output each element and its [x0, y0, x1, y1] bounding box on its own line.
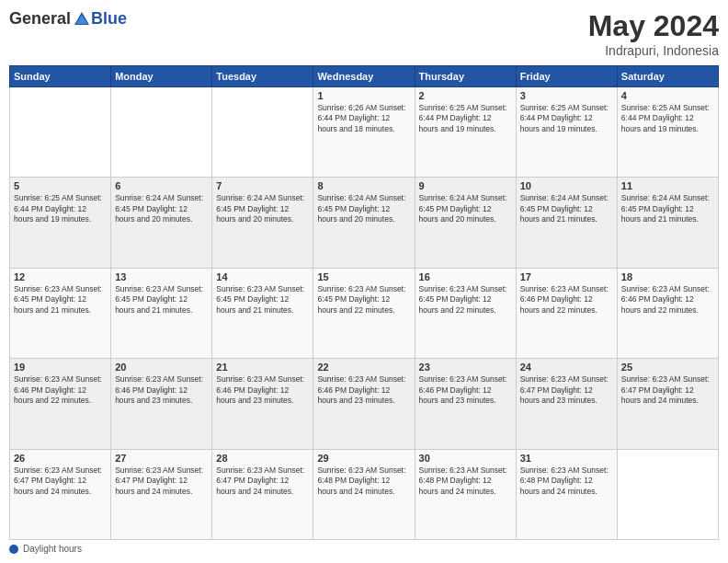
calendar-page: General Blue May 2024 Indrapuri, Indones… [0, 0, 728, 563]
day-number: 6 [115, 180, 208, 191]
day-info: Sunrise: 6:25 AM Sunset: 6:44 PM Dayligh… [14, 193, 107, 224]
logo: General Blue [9, 9, 127, 29]
day-number: 13 [115, 271, 208, 282]
calendar-title: May 2024 [588, 9, 719, 43]
day-number: 15 [317, 271, 410, 282]
calendar-cell: 6Sunrise: 6:24 AM Sunset: 6:45 PM Daylig… [111, 178, 212, 268]
day-info: Sunrise: 6:23 AM Sunset: 6:48 PM Dayligh… [317, 465, 410, 497]
day-number: 28 [216, 453, 309, 464]
header: General Blue May 2024 Indrapuri, Indones… [9, 9, 719, 58]
calendar-cell: 3Sunrise: 6:25 AM Sunset: 6:44 PM Daylig… [516, 87, 617, 178]
day-info: Sunrise: 6:23 AM Sunset: 6:45 PM Dayligh… [216, 284, 309, 316]
day-number: 27 [115, 453, 208, 464]
weekday-header-wednesday: Wednesday [313, 66, 415, 87]
day-info: Sunrise: 6:23 AM Sunset: 6:46 PM Dayligh… [621, 284, 714, 316]
calendar-cell: 5Sunrise: 6:25 AM Sunset: 6:44 PM Daylig… [10, 178, 111, 268]
calendar-cell: 15Sunrise: 6:23 AM Sunset: 6:45 PM Dayli… [313, 268, 415, 358]
day-number: 14 [216, 271, 309, 282]
day-number: 4 [621, 90, 714, 101]
calendar-cell: 10Sunrise: 6:24 AM Sunset: 6:45 PM Dayli… [516, 178, 617, 268]
day-number: 20 [115, 362, 208, 373]
day-info: Sunrise: 6:24 AM Sunset: 6:45 PM Dayligh… [317, 193, 410, 224]
calendar-week-4: 26Sunrise: 6:23 AM Sunset: 6:47 PM Dayli… [10, 449, 719, 539]
calendar-cell: 28Sunrise: 6:23 AM Sunset: 6:47 PM Dayli… [212, 449, 313, 539]
day-number: 17 [520, 271, 613, 282]
day-number: 22 [317, 362, 410, 373]
weekday-header-saturday: Saturday [617, 66, 718, 87]
day-number: 19 [14, 362, 107, 373]
calendar-cell: 12Sunrise: 6:23 AM Sunset: 6:45 PM Dayli… [10, 268, 111, 358]
calendar-cell: 22Sunrise: 6:23 AM Sunset: 6:46 PM Dayli… [313, 359, 415, 449]
calendar-cell [111, 87, 212, 178]
weekday-header-friday: Friday [516, 66, 617, 87]
calendar-week-3: 19Sunrise: 6:23 AM Sunset: 6:46 PM Dayli… [10, 359, 719, 449]
day-info: Sunrise: 6:23 AM Sunset: 6:47 PM Dayligh… [621, 374, 714, 406]
calendar-week-0: 1Sunrise: 6:26 AM Sunset: 6:44 PM Daylig… [10, 87, 719, 178]
calendar-cell: 17Sunrise: 6:23 AM Sunset: 6:46 PM Dayli… [516, 268, 617, 358]
calendar-cell: 26Sunrise: 6:23 AM Sunset: 6:47 PM Dayli… [10, 449, 111, 539]
calendar-cell [212, 87, 313, 178]
calendar-cell: 20Sunrise: 6:23 AM Sunset: 6:46 PM Dayli… [111, 359, 212, 449]
day-info: Sunrise: 6:23 AM Sunset: 6:48 PM Dayligh… [419, 465, 512, 497]
logo-text-blue: Blue [91, 9, 127, 29]
day-info: Sunrise: 6:25 AM Sunset: 6:44 PM Dayligh… [621, 103, 714, 134]
calendar-cell: 8Sunrise: 6:24 AM Sunset: 6:45 PM Daylig… [313, 178, 415, 268]
day-info: Sunrise: 6:23 AM Sunset: 6:45 PM Dayligh… [419, 284, 512, 316]
day-info: Sunrise: 6:24 AM Sunset: 6:45 PM Dayligh… [419, 193, 512, 224]
title-block: May 2024 Indrapuri, Indonesia [588, 9, 719, 58]
day-info: Sunrise: 6:23 AM Sunset: 6:46 PM Dayligh… [14, 374, 107, 406]
day-number: 2 [419, 90, 512, 101]
calendar-cell: 7Sunrise: 6:24 AM Sunset: 6:45 PM Daylig… [212, 178, 313, 268]
weekday-header-monday: Monday [111, 66, 212, 87]
day-info: Sunrise: 6:24 AM Sunset: 6:45 PM Dayligh… [621, 193, 714, 224]
footer-label: Daylight hours [23, 544, 82, 554]
day-info: Sunrise: 6:25 AM Sunset: 6:44 PM Dayligh… [520, 103, 613, 134]
day-info: Sunrise: 6:23 AM Sunset: 6:46 PM Dayligh… [520, 284, 613, 316]
weekday-header-tuesday: Tuesday [212, 66, 313, 87]
calendar-cell: 25Sunrise: 6:23 AM Sunset: 6:47 PM Dayli… [617, 359, 718, 449]
day-number: 5 [14, 180, 107, 191]
logo-text-general: General [9, 9, 71, 29]
day-number: 31 [520, 453, 613, 464]
day-info: Sunrise: 6:23 AM Sunset: 6:45 PM Dayligh… [317, 284, 410, 316]
calendar-cell: 9Sunrise: 6:24 AM Sunset: 6:45 PM Daylig… [415, 178, 516, 268]
calendar-cell: 4Sunrise: 6:25 AM Sunset: 6:44 PM Daylig… [617, 87, 718, 178]
day-info: Sunrise: 6:23 AM Sunset: 6:47 PM Dayligh… [520, 374, 613, 406]
day-number: 24 [520, 362, 613, 373]
calendar-cell: 13Sunrise: 6:23 AM Sunset: 6:45 PM Dayli… [111, 268, 212, 358]
calendar-cell: 24Sunrise: 6:23 AM Sunset: 6:47 PM Dayli… [516, 359, 617, 449]
day-number: 1 [317, 90, 410, 101]
day-number: 18 [621, 271, 714, 282]
day-number: 3 [520, 90, 613, 101]
calendar-cell [617, 449, 718, 539]
calendar-week-2: 12Sunrise: 6:23 AM Sunset: 6:45 PM Dayli… [10, 268, 719, 358]
day-info: Sunrise: 6:23 AM Sunset: 6:46 PM Dayligh… [216, 374, 309, 406]
day-info: Sunrise: 6:26 AM Sunset: 6:44 PM Dayligh… [317, 103, 410, 134]
calendar-cell: 11Sunrise: 6:24 AM Sunset: 6:45 PM Dayli… [617, 178, 718, 268]
calendar-cell: 30Sunrise: 6:23 AM Sunset: 6:48 PM Dayli… [415, 449, 516, 539]
weekday-header-thursday: Thursday [415, 66, 516, 87]
calendar-cell: 2Sunrise: 6:25 AM Sunset: 6:44 PM Daylig… [415, 87, 516, 178]
weekday-header-row: SundayMondayTuesdayWednesdayThursdayFrid… [10, 66, 719, 87]
day-number: 16 [419, 271, 512, 282]
day-number: 10 [520, 180, 613, 191]
day-number: 25 [621, 362, 714, 373]
calendar-cell: 14Sunrise: 6:23 AM Sunset: 6:45 PM Dayli… [212, 268, 313, 358]
day-number: 26 [14, 453, 107, 464]
logo-icon [73, 10, 91, 29]
calendar-table: SundayMondayTuesdayWednesdayThursdayFrid… [9, 65, 719, 540]
weekday-header-sunday: Sunday [10, 66, 111, 87]
calendar-cell: 21Sunrise: 6:23 AM Sunset: 6:46 PM Dayli… [212, 359, 313, 449]
calendar-cell: 19Sunrise: 6:23 AM Sunset: 6:46 PM Dayli… [10, 359, 111, 449]
calendar-cell [10, 87, 111, 178]
calendar-subtitle: Indrapuri, Indonesia [588, 43, 719, 58]
calendar-cell: 29Sunrise: 6:23 AM Sunset: 6:48 PM Dayli… [313, 449, 415, 539]
footer: Daylight hours [9, 544, 719, 554]
day-number: 29 [317, 453, 410, 464]
day-info: Sunrise: 6:24 AM Sunset: 6:45 PM Dayligh… [115, 193, 208, 224]
day-number: 11 [621, 180, 714, 191]
day-number: 8 [317, 180, 410, 191]
calendar-cell: 18Sunrise: 6:23 AM Sunset: 6:46 PM Dayli… [617, 268, 718, 358]
day-number: 30 [419, 453, 512, 464]
calendar-cell: 16Sunrise: 6:23 AM Sunset: 6:45 PM Dayli… [415, 268, 516, 358]
